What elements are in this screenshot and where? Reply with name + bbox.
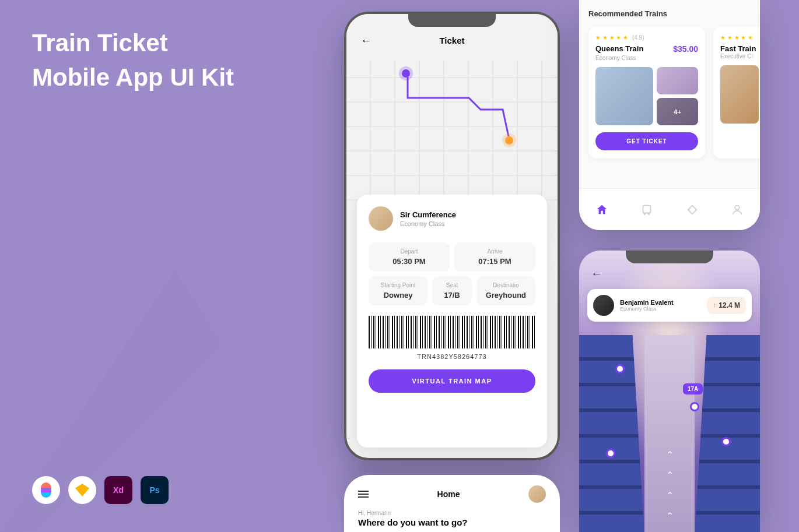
home-screen: Home Hi, Hermann Where do you want to go…	[344, 475, 560, 532]
depart-value: 05:30 PM	[373, 257, 445, 266]
promo-title: Train TicketMobile App UI Kit	[32, 26, 234, 95]
route-start-marker	[402, 69, 410, 77]
arrow-up-icon: ↑	[713, 301, 716, 309]
menu-icon[interactable]	[358, 491, 369, 498]
rating-stars: ★ ★ ★ ★ ★ (4.9)	[595, 34, 698, 41]
seat-label: Seat	[437, 282, 467, 288]
route-end-marker	[505, 136, 513, 145]
home-icon[interactable]	[595, 203, 608, 216]
recommended-title: Recommended Trains	[588, 9, 751, 18]
prompt-text: Where do you want to go?	[344, 517, 560, 527]
arrive-value: 07:15 PM	[459, 257, 531, 266]
ticket-screen: ← Ticket Sir Cumference Economy Class De…	[344, 12, 560, 460]
get-ticket-button[interactable]: GET TICKET	[595, 132, 698, 150]
passenger-avatar	[593, 295, 614, 316]
screen-title: Ticket	[439, 36, 464, 45]
title-line2: Mobile App UI Kit	[32, 64, 234, 91]
passenger-avatar	[369, 206, 393, 231]
train-class: Economy Class	[595, 55, 698, 61]
passenger-class: Economy Class	[620, 306, 701, 312]
train-class: Executive Cl	[720, 53, 759, 59]
seat-label-tag: 17A	[683, 383, 703, 394]
arrive-label: Arrive	[459, 248, 531, 255]
back-arrow-icon[interactable]: ←	[360, 34, 372, 47]
route-path	[405, 72, 510, 142]
ticket-card: Sir Cumference Economy Class Depart 05:3…	[357, 195, 547, 448]
sketch-icon	[68, 476, 96, 504]
user-avatar[interactable]	[528, 485, 546, 503]
recommend-screen: Recommended Trains ★ ★ ★ ★ ★ (4.9) Queen…	[579, 0, 760, 230]
start-label: Starting Point	[373, 282, 423, 288]
depart-label: Depart	[373, 248, 445, 255]
distance-badge: ↑12.4 M	[707, 297, 746, 314]
seat-marker[interactable]	[606, 449, 615, 458]
ticket-icon[interactable]	[686, 203, 699, 216]
train-card[interactable]: ★ ★ ★ ★ ★ Fast Train Executive Cl	[713, 26, 760, 158]
back-arrow-icon[interactable]: ←	[591, 267, 602, 280]
train-price: $35.00	[673, 44, 698, 54]
seat-marker-selected[interactable]	[690, 402, 699, 411]
profile-icon[interactable]	[731, 203, 744, 216]
destination-box: Destinatio Greyhound	[476, 276, 535, 305]
distance-value: 12.4 M	[719, 301, 740, 309]
passenger-name: Benjamin Evalent	[620, 299, 701, 306]
phone-notch	[626, 251, 713, 263]
svg-rect-0	[643, 205, 651, 213]
passenger-name: Sir Cumference	[400, 210, 456, 219]
start-value: Downey	[373, 291, 423, 300]
greeting-text: Hi, Hermann	[344, 506, 560, 517]
depart-box: Depart 05:30 PM	[369, 242, 450, 272]
destination-value: Greyhound	[481, 291, 531, 300]
seat-map-screen: ⌃⌃⌃⌃ 17A ← Benjamin Evalent Economy Clas…	[579, 251, 760, 532]
barcode	[369, 316, 535, 348]
seats-left	[579, 335, 644, 532]
rating-value: (4.9)	[632, 34, 644, 41]
svg-point-2	[649, 213, 650, 214]
seat-value: 17/B	[437, 291, 467, 300]
bottom-nav	[579, 188, 760, 230]
more-images-count: 4+	[657, 98, 698, 125]
seats-right	[695, 335, 760, 532]
figma-icon	[32, 476, 60, 504]
map-area: ← Ticket	[346, 14, 558, 200]
rating-stars: ★ ★ ★ ★ ★	[720, 34, 759, 41]
seat-box: Seat 17/B	[432, 276, 472, 305]
destination-label: Destinatio	[481, 282, 531, 288]
title-line1: Train Ticket	[32, 29, 168, 57]
screen-title: Home	[437, 489, 460, 499]
seat-marker[interactable]	[615, 364, 625, 374]
seat-marker[interactable]	[721, 437, 731, 446]
arrive-box: Arrive 07:15 PM	[454, 242, 535, 272]
ps-icon: Ps	[141, 476, 169, 504]
train-name: Queens Train	[595, 44, 643, 53]
svg-point-3	[735, 205, 740, 209]
train-image-more[interactable]: 4+	[657, 98, 698, 125]
phone-notch	[408, 14, 496, 27]
chevron-up-icon: ⌃⌃⌃⌃	[666, 449, 674, 522]
train-card[interactable]: ★ ★ ★ ★ ★ (4.9) Queens Train $35.00 Econ…	[588, 26, 705, 158]
virtual-map-button[interactable]: VIRTUAL TRAIN MAP	[369, 369, 535, 393]
start-box: Starting Point Downey	[369, 276, 427, 305]
bus-icon[interactable]	[640, 203, 653, 216]
train-name: Fast Train	[720, 44, 759, 53]
passenger-info-card: Benjamin Evalent Economy Class ↑12.4 M	[587, 289, 752, 322]
xd-icon: Xd	[104, 476, 132, 504]
svg-point-1	[644, 213, 646, 214]
passenger-class: Economy Class	[400, 220, 456, 227]
barcode-number: TRN4382Y58264773	[369, 353, 535, 360]
tool-icons-row: Xd Ps	[32, 476, 169, 504]
train-image	[595, 67, 653, 125]
train-image-small	[657, 67, 698, 94]
train-image	[720, 65, 759, 124]
